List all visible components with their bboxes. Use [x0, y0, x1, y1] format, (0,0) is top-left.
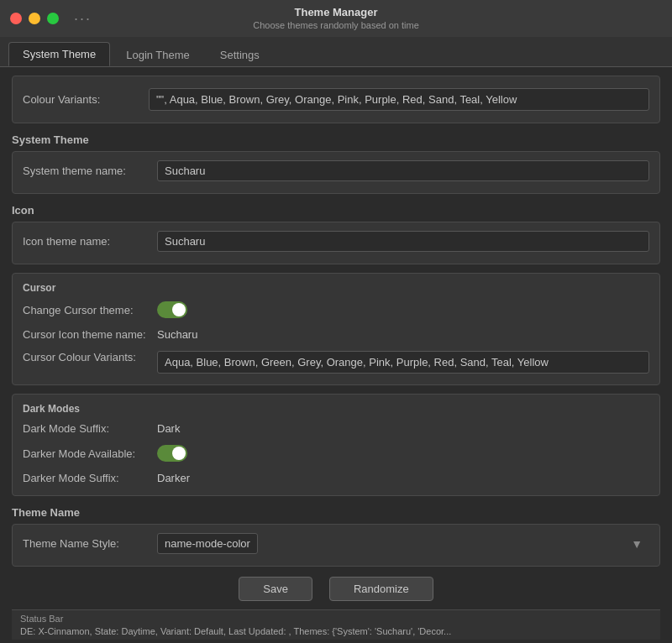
- cursor-icon-row: Cursor Icon theme name: Sucharu: [23, 326, 649, 343]
- save-button[interactable]: Save: [239, 577, 312, 601]
- dropdown-arrow-icon: ▼: [631, 537, 643, 551]
- titlebar: ··· Theme Manager Choose themes randomly…: [0, 0, 672, 37]
- app-title: Theme Manager: [253, 6, 419, 18]
- darker-mode-label: Darker Mode Available:: [23, 447, 157, 460]
- dark-mode-suffix-value: Dark: [157, 422, 180, 435]
- app-subtitle: Choose themes randomly based on time: [253, 20, 419, 30]
- more-options-icon[interactable]: ···: [74, 10, 92, 28]
- tabbar: System Theme Login Theme Settings: [0, 37, 672, 67]
- tab-login-theme[interactable]: Login Theme: [112, 43, 204, 66]
- theme-name-style-label: Theme Name Style:: [23, 537, 157, 550]
- dark-modes-card: Dark Modes Dark Mode Suffix: Dark Darker…: [12, 394, 660, 496]
- cursor-change-row: Change Cursor theme:: [23, 299, 649, 321]
- cursor-variants-value: Aqua, Blue, Brown, Green, Grey, Orange, …: [157, 351, 649, 374]
- button-row: Save Randomize: [12, 577, 660, 601]
- colour-variants-label: Colour Variants:: [23, 93, 149, 106]
- dark-modes-heading: Dark Modes: [23, 403, 649, 415]
- icon-card: Icon theme name:: [12, 222, 660, 264]
- main-content: Colour Variants: "", Aqua, Blue, Brown, …: [0, 67, 672, 643]
- dark-mode-suffix-label: Dark Mode Suffix:: [23, 422, 157, 435]
- cursor-variants-row: Cursor Colour Variants: Aqua, Blue, Brow…: [23, 348, 649, 376]
- colour-variants-row: Colour Variants: "", Aqua, Blue, Brown, …: [23, 85, 649, 114]
- cursor-icon-value: Sucharu: [157, 328, 197, 341]
- system-theme-name-label: System theme name:: [23, 165, 157, 177]
- darker-mode-suffix-value: Darker: [157, 472, 190, 484]
- titlebar-center: Theme Manager Choose themes randomly bas…: [253, 6, 419, 31]
- cursor-change-label: Change Cursor theme:: [23, 304, 157, 316]
- minimize-button[interactable]: [29, 13, 40, 24]
- darker-mode-suffix-row: Darker Mode Suffix: Darker: [23, 469, 649, 487]
- dark-mode-suffix-row: Dark Mode Suffix: Dark: [23, 420, 649, 437]
- theme-name-card: Theme Name Style: name-mode-color name-c…: [12, 524, 660, 567]
- statusbar-text: DE: X-Cinnamon, State: Daytime, Variant:…: [20, 626, 652, 636]
- maximize-button[interactable]: [47, 13, 59, 24]
- randomize-button[interactable]: Randomize: [329, 577, 433, 601]
- icon-heading: Icon: [12, 204, 660, 217]
- icon-name-label: Icon theme name:: [23, 235, 157, 248]
- icon-name-row: Icon theme name:: [23, 231, 649, 252]
- statusbar-title: Status Bar: [20, 614, 652, 624]
- close-button[interactable]: [10, 13, 22, 24]
- system-theme-name-input[interactable]: [157, 160, 649, 181]
- statusbar: Status Bar DE: X-Cinnamon, State: Daytim…: [12, 609, 660, 640]
- darker-mode-row: Darker Mode Available:: [23, 442, 649, 464]
- theme-name-style-row: Theme Name Style: name-mode-color name-c…: [23, 533, 649, 554]
- system-theme-heading: System Theme: [12, 133, 660, 146]
- cursor-icon-label: Cursor Icon theme name:: [23, 328, 157, 341]
- theme-name-style-wrapper: name-mode-color name-color-mode color-na…: [157, 533, 649, 554]
- cursor-heading: Cursor: [23, 282, 649, 294]
- system-theme-card: System theme name:: [12, 151, 660, 194]
- tab-system-theme[interactable]: System Theme: [8, 42, 110, 66]
- theme-name-heading: Theme Name: [12, 506, 660, 519]
- darker-mode-suffix-label: Darker Mode Suffix:: [23, 472, 157, 484]
- colour-variants-card: Colour Variants: "", Aqua, Blue, Brown, …: [12, 76, 660, 123]
- theme-name-style-dropdown[interactable]: name-mode-color name-color-mode color-na…: [157, 533, 258, 554]
- icon-name-input[interactable]: [157, 231, 649, 252]
- colour-variants-value: "", Aqua, Blue, Brown, Grey, Orange, Pin…: [149, 88, 649, 111]
- tab-settings[interactable]: Settings: [206, 43, 274, 66]
- darker-mode-toggle[interactable]: [157, 445, 187, 462]
- cursor-card: Cursor Change Cursor theme: Cursor Icon …: [12, 273, 660, 385]
- window-buttons: ···: [10, 10, 92, 28]
- cursor-change-toggle[interactable]: [157, 301, 187, 318]
- system-theme-name-row: System theme name:: [23, 160, 649, 181]
- cursor-variants-label: Cursor Colour Variants:: [23, 351, 157, 363]
